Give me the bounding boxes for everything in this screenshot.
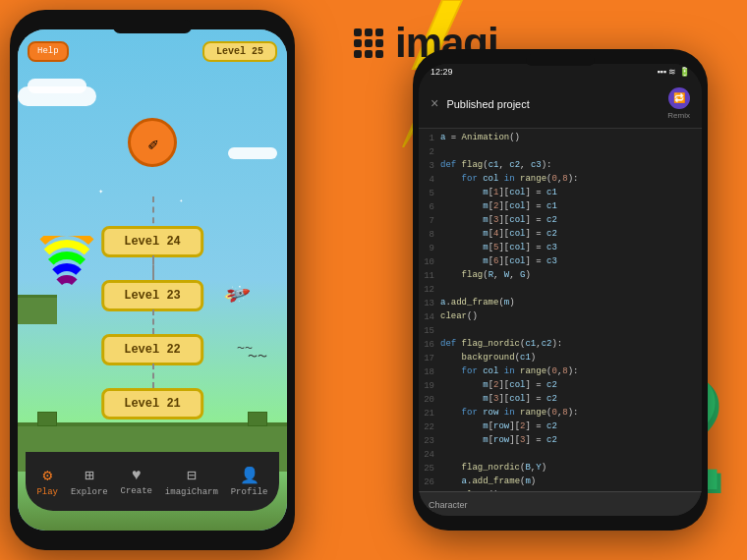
ground-block-2 <box>248 412 267 426</box>
left-phone: Help Level 25 ✏️ 🚀 <box>10 10 295 550</box>
create-icon: ♥ <box>132 467 142 484</box>
status-bar: 12:29 ▪▪▪ ≋ 🔋 <box>419 64 702 80</box>
code-line-3: 3 def flag(c1, c2, c3): <box>419 160 702 174</box>
current-level-badge: Level 25 <box>202 41 277 62</box>
cloud-2 <box>18 86 96 106</box>
code-line-25: 25 flag_nordic(B,Y) <box>419 463 702 476</box>
dotted-path-3 <box>152 309 154 334</box>
dotted-path-2 <box>152 255 154 280</box>
explore-icon: ⊞ <box>85 466 94 485</box>
code-line-26: 26 a.add_frame(m) <box>419 476 702 490</box>
ground-block-1 <box>37 412 57 426</box>
remix-button[interactable]: 🔁 Remix <box>667 87 690 120</box>
code-editor: 1 a = Animation() 2 3 def flag(c1, c2, c… <box>419 129 702 516</box>
code-line-4: 4 for col in range(0,8): <box>419 174 702 188</box>
code-line-18: 18 for col in range(0,8): <box>419 366 702 380</box>
nav-profile-label: Profile <box>231 487 268 497</box>
code-line-16: 16 def flag_nordic(c1,c2): <box>419 339 702 353</box>
nav-play-label: Play <box>36 487 58 497</box>
left-phone-screen: Help Level 25 ✏️ 🚀 <box>18 29 287 531</box>
character-label-bar: Character <box>419 491 702 516</box>
code-line-1: 1 a = Animation() <box>419 133 702 146</box>
level-22-button[interactable]: Level 22 <box>101 334 203 365</box>
nav-imagicharm-label: imagiCharm <box>165 487 218 497</box>
nav-play[interactable]: ⚙ Play <box>36 466 58 497</box>
nav-explore-label: Explore <box>71 487 108 497</box>
level-23-button[interactable]: Level 23 <box>101 280 203 311</box>
ground-platform <box>18 295 57 324</box>
left-phone-notch <box>113 20 192 33</box>
code-line-20: 20 m[3][col] = c2 <box>419 394 702 408</box>
remix-label: Remix <box>667 111 690 120</box>
code-line-9: 9 m[5][col] = c3 <box>419 243 702 256</box>
nav-create[interactable]: ♥ Create <box>121 467 152 496</box>
nav-explore[interactable]: ⊞ Explore <box>71 466 108 497</box>
status-time: 12:29 <box>431 67 453 77</box>
code-line-19: 19 m[2][col] = c2 <box>419 380 702 394</box>
right-phone-notch <box>526 54 595 66</box>
level-24-button[interactable]: Level 24 <box>101 226 203 257</box>
code-line-7: 7 m[3][col] = c2 <box>419 215 702 229</box>
bottom-navigation: ⚙ Play ⊞ Explore ♥ Create ⊟ imagiCharm 👤… <box>26 452 279 511</box>
status-icons: ▪▪▪ ≋ 🔋 <box>657 67 690 77</box>
code-line-2: 2 <box>419 146 702 160</box>
rocket-icon: 🚀 <box>222 279 252 308</box>
code-line-5: 5 m[1][col] = c1 <box>419 188 702 201</box>
code-line-15: 15 <box>419 325 702 339</box>
help-button[interactable]: Help <box>28 41 69 62</box>
dotted-path-4 <box>152 364 154 388</box>
header-left: × Published project <box>431 96 530 112</box>
close-button[interactable]: × <box>431 96 438 112</box>
star-decoration: ✦ <box>98 187 103 196</box>
cloud-3 <box>228 147 277 159</box>
imagicharm-icon: ⊟ <box>187 466 197 485</box>
code-line-14: 14 clear() <box>419 311 702 325</box>
right-phone-screen: 12:29 ▪▪▪ ≋ 🔋 × Published project 🔁 Remi… <box>419 64 702 516</box>
code-line-17: 17 background(c1) <box>419 353 702 366</box>
code-line-13: 13 a.add_frame(m) <box>419 298 702 311</box>
nav-imagicharm[interactable]: ⊟ imagiCharm <box>165 466 218 497</box>
level-21-button[interactable]: Level 21 <box>101 388 203 420</box>
nav-profile[interactable]: 👤 Profile <box>231 466 268 497</box>
remix-icon-symbol: 🔁 <box>673 92 685 104</box>
profile-icon: 👤 <box>240 466 259 485</box>
code-line-10: 10 m[6][col] = c3 <box>419 256 702 270</box>
code-line-8: 8 m[4][col] = c2 <box>419 229 702 243</box>
code-line-24: 24 <box>419 449 702 463</box>
item-circle: ✏️ <box>128 118 177 167</box>
code-line-11: 11 flag(R, W, G) <box>419 270 702 284</box>
remix-icon: 🔁 <box>668 87 690 109</box>
right-phone: 12:29 ▪▪▪ ≋ 🔋 × Published project 🔁 Remi… <box>413 49 708 531</box>
code-line-22: 22 m[row][2] = c2 <box>419 421 702 435</box>
code-header: × Published project 🔁 Remix <box>419 80 702 129</box>
code-line-23: 23 m[row][3] = c2 <box>419 435 702 449</box>
nav-create-label: Create <box>121 486 152 496</box>
game-top-bar: Help Level 25 <box>18 41 287 62</box>
code-line-12: 12 <box>419 284 702 298</box>
character-bar-label: Character <box>429 500 468 510</box>
code-line-6: 6 m[2][col] = c1 <box>419 201 702 215</box>
logo-grid-icon <box>354 28 383 58</box>
play-icon: ⚙ <box>42 466 52 485</box>
bird-icon-2: 〜〜 <box>237 343 253 354</box>
pencil-icon: ✏️ <box>140 130 165 155</box>
published-project-title: Published project <box>446 98 529 110</box>
code-line-21: 21 for row in range(0,8): <box>419 408 702 421</box>
star-decoration-2: ✦ <box>179 196 183 204</box>
